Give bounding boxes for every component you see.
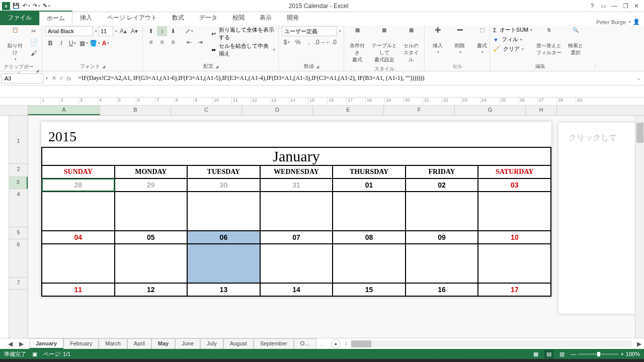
view-layout-icon[interactable]: ▤ bbox=[544, 350, 553, 358]
app-icon-1[interactable]: ◆ bbox=[44, 359, 66, 362]
font-size-select[interactable]: 11 bbox=[98, 26, 113, 36]
calendar-cell[interactable]: 17 bbox=[478, 283, 551, 296]
calendar-cell[interactable]: 07 bbox=[260, 231, 333, 244]
insert-cells-button[interactable]: ➕挿入▾ bbox=[428, 26, 448, 55]
format-cells-button[interactable]: ⬚書式▾ bbox=[472, 26, 492, 55]
worksheet-grid[interactable]: 2015 January SUNDAYMONDAYTUESDAYWEDNESDA… bbox=[28, 116, 635, 338]
ribbon-options-icon[interactable]: ▭ bbox=[600, 3, 607, 10]
shrink-font-icon[interactable]: A▾ bbox=[129, 26, 139, 36]
sheet-tab[interactable]: August bbox=[223, 338, 254, 349]
scrollbar-horizontal[interactable] bbox=[351, 340, 632, 347]
align-top-icon[interactable]: ⬆ bbox=[146, 26, 156, 36]
tab-data[interactable]: データ bbox=[192, 11, 225, 25]
delete-cells-button[interactable]: ➖削除▾ bbox=[450, 26, 470, 55]
calendar-cell[interactable]: 09 bbox=[406, 231, 478, 244]
bold-button[interactable]: B bbox=[45, 38, 55, 48]
tab-review[interactable]: 校閲 bbox=[225, 11, 252, 25]
name-box[interactable]: A3 bbox=[1, 73, 44, 83]
view-pagebreak-icon[interactable]: ▥ bbox=[559, 351, 565, 357]
column-header-G[interactable]: G bbox=[455, 106, 526, 115]
zoom-out-button[interactable]: — bbox=[571, 351, 576, 357]
calendar-cell[interactable]: 13 bbox=[187, 283, 260, 296]
column-header-A[interactable]: A bbox=[28, 106, 100, 115]
wrap-text-button[interactable]: ↩折り返して全体を表示する bbox=[211, 26, 275, 41]
calendar-cell[interactable]: 16 bbox=[406, 283, 478, 296]
tab-scroll-right-icon[interactable]: ▶ bbox=[16, 339, 26, 349]
tab-formulas[interactable]: 数式 bbox=[165, 11, 192, 25]
hscroll-right-icon[interactable]: ▶ bbox=[634, 339, 644, 349]
font-name-select[interactable]: Arial Black bbox=[45, 26, 93, 36]
calendar-cell[interactable]: 02 bbox=[406, 178, 478, 192]
copy-icon[interactable]: 📄 bbox=[29, 37, 39, 47]
paste-button[interactable]: 📋貼り付け▾ bbox=[3, 26, 27, 62]
fill-color-button[interactable]: 🪣▾ bbox=[90, 38, 100, 48]
sheet-tab[interactable]: O… bbox=[294, 338, 317, 349]
calendar-cell[interactable]: 12 bbox=[115, 283, 188, 296]
explorer-icon[interactable]: 📁 bbox=[22, 359, 44, 362]
enter-formula-icon[interactable]: ✓ bbox=[59, 75, 64, 81]
zoom-level[interactable]: 100% bbox=[626, 351, 640, 357]
tab-scroll-left-icon[interactable]: ◀ bbox=[5, 339, 15, 349]
inc-decimal-button[interactable]: .0→ bbox=[315, 37, 325, 47]
row-headers[interactable]: 1234567 bbox=[9, 116, 28, 338]
sheet-tab[interactable]: July bbox=[200, 338, 223, 349]
tab-file[interactable]: ファイル bbox=[0, 11, 39, 25]
sheet-tab[interactable]: June bbox=[175, 338, 200, 349]
align-center-icon[interactable]: ≡ bbox=[157, 37, 167, 47]
align-left-icon[interactable]: ≡ bbox=[146, 37, 156, 47]
percent-button[interactable]: % bbox=[293, 37, 303, 47]
orientation-icon[interactable]: ⤢▾ bbox=[184, 26, 194, 36]
row-header-4[interactable]: 4 bbox=[9, 189, 28, 227]
sheet-tab[interactable]: April bbox=[127, 338, 151, 349]
column-header-D[interactable]: D bbox=[242, 106, 313, 115]
format-as-table-button[interactable]: ▦テーブルとして 書式設定 bbox=[369, 26, 399, 64]
calendar-cell[interactable]: 31 bbox=[260, 178, 333, 192]
row-header-6[interactable]: 6 bbox=[9, 239, 28, 278]
calendar-cell[interactable]: 14 bbox=[260, 283, 333, 296]
calendar-cell[interactable]: 08 bbox=[333, 231, 406, 244]
underline-button[interactable]: U▾ bbox=[67, 38, 77, 48]
italic-button[interactable]: I bbox=[56, 38, 66, 48]
conditional-format-button[interactable]: ▦条件付き 書式 bbox=[347, 26, 367, 64]
currency-button[interactable]: $▾ bbox=[282, 37, 292, 47]
dec-decimal-button[interactable]: ←.0 bbox=[326, 37, 336, 47]
merge-center-button[interactable]: ⬌セルを結合して中央揃え▾ bbox=[211, 42, 275, 57]
sheet-tab[interactable]: March bbox=[99, 338, 127, 349]
tab-insert[interactable]: 挿入 bbox=[72, 11, 100, 25]
zoom-in-button[interactable]: + bbox=[620, 351, 623, 357]
clear-button[interactable]: 🧹クリア▾ bbox=[493, 45, 532, 53]
column-header-E[interactable]: E bbox=[313, 106, 384, 115]
calendar-cell[interactable]: 30 bbox=[187, 178, 260, 192]
expand-formula-icon[interactable]: ⌄ bbox=[633, 75, 644, 81]
tab-layout[interactable]: ページ レイアウト bbox=[100, 11, 165, 25]
fx-icon[interactable]: fx bbox=[67, 75, 71, 81]
row-header-3[interactable]: 3 bbox=[9, 177, 28, 189]
column-header-B[interactable]: B bbox=[100, 106, 171, 115]
row-header-2[interactable]: 2 bbox=[9, 164, 28, 177]
column-header-C[interactable]: C bbox=[171, 106, 242, 115]
find-select-button[interactable]: 🔍検索と 選択 bbox=[566, 26, 586, 57]
align-middle-icon[interactable]: ↕ bbox=[157, 26, 167, 36]
indent-increase-icon[interactable]: ⇥ bbox=[195, 37, 205, 47]
calendar-cell[interactable]: 04 bbox=[42, 231, 115, 244]
tab-developer[interactable]: 開発 bbox=[279, 11, 306, 25]
calendar-cell[interactable]: 28 bbox=[42, 178, 115, 192]
macro-record-icon[interactable]: ▣ bbox=[32, 351, 37, 357]
restore-icon[interactable]: ❐ bbox=[622, 3, 629, 10]
chrome-icon[interactable]: 🟡 bbox=[89, 359, 111, 362]
undo-icon[interactable]: ↶▾ bbox=[22, 2, 30, 10]
view-normal-icon[interactable]: ▦ bbox=[533, 351, 538, 357]
calendar-cell[interactable]: 29 bbox=[115, 178, 188, 192]
font-color-button[interactable]: A▾ bbox=[101, 38, 111, 48]
autosum-button[interactable]: ΣオートSUM▾ bbox=[493, 26, 532, 34]
format-painter-icon[interactable]: 🖌 bbox=[29, 48, 39, 58]
calendar-cell[interactable]: 15 bbox=[333, 283, 406, 296]
sort-filter-button[interactable]: ⇅並べ替えと フィルター bbox=[534, 26, 564, 57]
align-bottom-icon[interactable]: ⬇ bbox=[168, 26, 178, 36]
row-header-1[interactable]: 1 bbox=[9, 136, 28, 164]
excel-taskbar-icon[interactable]: x bbox=[133, 359, 155, 362]
column-header-F[interactable]: F bbox=[384, 106, 455, 115]
qat-custom-icon[interactable]: ✎▾ bbox=[42, 2, 50, 10]
calendar-cell[interactable]: 06 bbox=[187, 231, 260, 244]
tab-home[interactable]: ホーム bbox=[39, 11, 72, 25]
